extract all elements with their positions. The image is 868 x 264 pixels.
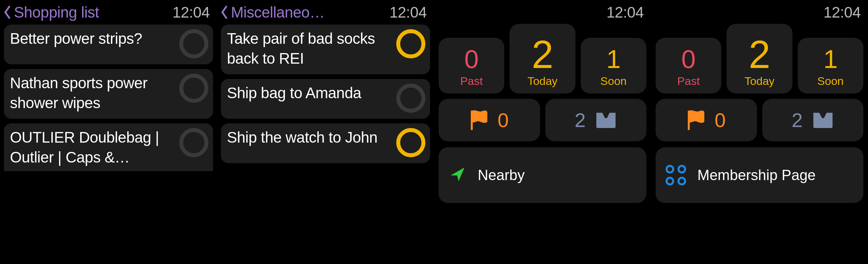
stat-label: Past xyxy=(677,75,700,88)
screen-miscellaneous: Miscellaneo… 12:04 Take pair of bad sock… xyxy=(217,0,434,264)
stat-past[interactable]: 0 Past xyxy=(656,38,721,93)
stat-label: Today xyxy=(527,75,558,88)
location-arrow-icon xyxy=(448,166,466,185)
complete-toggle[interactable] xyxy=(179,128,208,157)
complete-toggle[interactable] xyxy=(396,84,425,113)
flagged-count: 0 xyxy=(715,109,725,132)
stat-soon[interactable]: 1 Soon xyxy=(581,38,646,93)
stat-value: 0 xyxy=(464,46,478,72)
stat-label: Soon xyxy=(817,75,843,88)
inbox-icon xyxy=(595,112,617,129)
stat-row: 0 Past 2 Today 1 Soon xyxy=(656,24,863,93)
list-item[interactable]: Take pair of bad socks back to REI xyxy=(221,25,430,74)
bottom-row: Membership Page xyxy=(656,147,863,203)
bottom-row: Nearby xyxy=(439,147,646,203)
clock: 12:04 xyxy=(389,3,427,21)
inbox-count: 2 xyxy=(792,109,803,132)
stat-label: Past xyxy=(460,75,483,88)
header: Miscellaneo… 12:04 xyxy=(217,0,434,25)
list-item[interactable]: Ship the watch to John xyxy=(221,123,430,163)
clock: 12:04 xyxy=(172,3,210,21)
task-text: Ship the watch to John xyxy=(227,127,396,147)
membership-button[interactable]: Membership Page xyxy=(656,147,863,203)
task-text: Ship bag to Amanda xyxy=(227,83,396,103)
stat-soon[interactable]: 1 Soon xyxy=(798,38,863,93)
mid-row: 0 2 xyxy=(656,99,863,141)
screen-shopping-list: Shopping list 12:04 Better power strips?… xyxy=(0,0,217,264)
inbox-icon xyxy=(812,112,834,129)
screen-dashboard-membership: 12:04 0 Past 2 Today 1 Soon xyxy=(651,0,868,264)
task-list: Better power strips? Nathan sports power… xyxy=(0,25,217,171)
stat-label: Soon xyxy=(600,75,626,88)
task-text: OUTLIER Doublebag | Outlier | Caps &… xyxy=(10,127,179,167)
header: Shopping list 12:04 xyxy=(0,0,217,25)
stat-value: 1 xyxy=(823,46,838,72)
page-title: Miscellaneo… xyxy=(231,3,325,21)
complete-toggle[interactable] xyxy=(179,74,208,103)
inbox-button[interactable]: 2 xyxy=(545,99,647,141)
back-button[interactable]: Shopping list xyxy=(3,3,99,21)
page-title: Shopping list xyxy=(14,3,99,21)
stat-row: 0 Past 2 Today 1 Soon xyxy=(439,24,646,93)
complete-toggle[interactable] xyxy=(396,128,425,157)
list-item[interactable]: Nathan sports power shower wipes xyxy=(4,69,213,119)
list-item[interactable]: Better power strips? xyxy=(4,25,213,64)
four-dots-icon xyxy=(665,165,686,185)
mid-row: 0 2 xyxy=(439,99,646,141)
task-text: Nathan sports power shower wipes xyxy=(10,73,179,113)
flagged-count: 0 xyxy=(498,109,508,132)
flag-icon xyxy=(687,110,705,130)
nearby-label: Nearby xyxy=(478,167,525,184)
stat-today[interactable]: 2 Today xyxy=(726,24,792,93)
stat-past[interactable]: 0 Past xyxy=(439,38,504,93)
flag-icon xyxy=(470,110,488,130)
inbox-button[interactable]: 2 xyxy=(762,99,864,141)
stat-value: 2 xyxy=(532,35,554,74)
membership-label: Membership Page xyxy=(698,167,816,184)
nearby-button[interactable]: Nearby xyxy=(439,147,646,203)
inbox-count: 2 xyxy=(575,109,586,132)
header: 12:04 xyxy=(651,0,868,25)
stat-label: Today xyxy=(744,75,775,88)
flagged-button[interactable]: 0 xyxy=(439,99,540,141)
dashboard: 0 Past 2 Today 1 Soon 0 xyxy=(651,24,868,203)
task-list: Take pair of bad socks back to REI Ship … xyxy=(217,25,434,163)
chevron-left-icon xyxy=(3,5,12,20)
stat-value: 2 xyxy=(749,35,771,74)
stat-today[interactable]: 2 Today xyxy=(509,24,575,93)
task-text: Take pair of bad socks back to REI xyxy=(227,29,396,68)
flagged-button[interactable]: 0 xyxy=(656,99,757,141)
dashboard: 0 Past 2 Today 1 Soon 0 xyxy=(434,24,651,203)
clock: 12:04 xyxy=(606,3,644,21)
stat-value: 0 xyxy=(681,46,695,72)
list-item[interactable]: OUTLIER Doublebag | Outlier | Caps &… xyxy=(4,123,213,171)
chevron-left-icon xyxy=(220,5,229,20)
complete-toggle[interactable] xyxy=(396,29,425,58)
complete-toggle[interactable] xyxy=(179,29,208,58)
back-button[interactable]: Miscellaneo… xyxy=(220,3,325,21)
header: 12:04 xyxy=(434,0,651,25)
stat-value: 1 xyxy=(606,46,621,72)
screen-dashboard-nearby: 12:04 0 Past 2 Today 1 Soon xyxy=(434,0,651,264)
task-text: Better power strips? xyxy=(10,29,179,49)
clock: 12:04 xyxy=(823,3,861,21)
list-item[interactable]: Ship bag to Amanda xyxy=(221,79,430,119)
